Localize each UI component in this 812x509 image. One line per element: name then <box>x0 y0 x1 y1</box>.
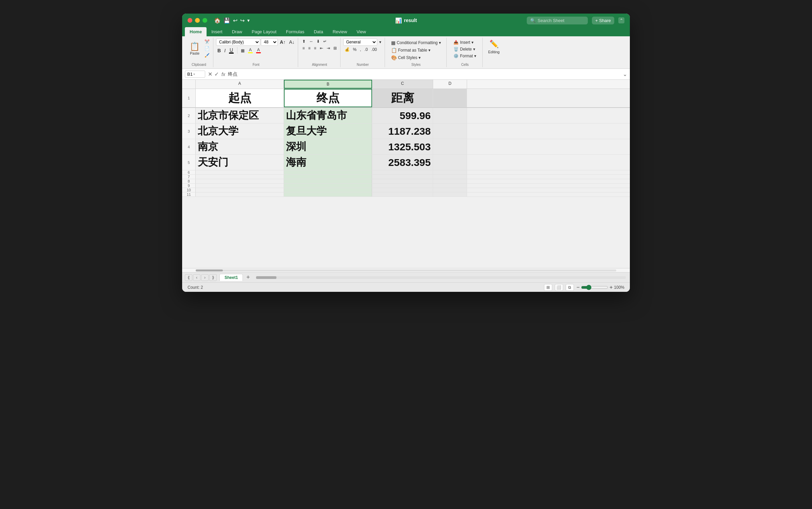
next-sheet-button[interactable]: › <box>201 274 209 281</box>
font-name-select[interactable]: Calibri (Body) <box>216 38 260 46</box>
merge-button[interactable]: ⊞ <box>332 45 338 51</box>
zoom-out-button[interactable]: − <box>577 284 580 290</box>
tab-home[interactable]: Home <box>185 27 207 36</box>
cell-C8[interactable] <box>372 179 433 183</box>
cell-styles-button[interactable]: 🎨 Cell Styles ▾ <box>390 55 422 61</box>
cell-A8[interactable] <box>196 179 284 183</box>
format-painter-button[interactable]: 🖌️ <box>203 52 211 58</box>
col-header-A[interactable]: A <box>196 80 284 89</box>
border-button[interactable]: ▦ <box>239 48 246 54</box>
cell-B6[interactable] <box>284 170 372 174</box>
add-sheet-button[interactable]: + <box>244 274 252 281</box>
cell-A9[interactable] <box>196 184 284 188</box>
cell-D11[interactable] <box>433 192 467 196</box>
row-num-5[interactable]: 5 <box>182 155 196 170</box>
number-format-arrow[interactable]: ▾ <box>378 39 383 45</box>
cancel-icon[interactable]: ✕ <box>208 71 212 77</box>
decrease-decimal-button[interactable]: .0 <box>363 46 369 53</box>
cell-B8[interactable] <box>284 179 372 183</box>
page-layout-view-button[interactable]: ⬜ <box>555 284 563 291</box>
horizontal-scrollbar-thumb[interactable] <box>196 269 223 271</box>
align-left-button[interactable]: ≡ <box>301 45 306 51</box>
increase-decimal-button[interactable]: .00 <box>370 46 379 53</box>
prev-sheet-button[interactable]: ‹ <box>193 274 200 281</box>
undo-icon[interactable]: ↩ <box>233 17 237 24</box>
align-middle-button[interactable]: ↔ <box>308 38 314 44</box>
cell-A2[interactable]: 北京市保定区 <box>196 108 284 123</box>
minimize-button[interactable] <box>195 18 200 23</box>
cell-B5[interactable]: 海南 <box>284 155 372 170</box>
page-break-view-button[interactable]: ⧉ <box>566 284 574 291</box>
cell-A7[interactable] <box>196 175 284 179</box>
tab-draw[interactable]: Draw <box>227 27 247 36</box>
cell-ref-dropdown-icon[interactable]: ▾ <box>193 72 195 76</box>
formula-bar-expand-icon[interactable]: ⌄ <box>623 71 627 77</box>
share-button[interactable]: + Share <box>592 17 614 24</box>
close-button[interactable] <box>188 18 192 23</box>
row-num-8[interactable]: 8 <box>182 179 196 183</box>
save-icon[interactable]: 💾 <box>224 17 230 24</box>
tab-view[interactable]: View <box>352 27 371 36</box>
cell-C3[interactable]: 1187.238 <box>372 124 433 139</box>
row-num-1[interactable]: 1 <box>182 89 196 107</box>
normal-view-button[interactable]: ⊞ <box>544 284 552 291</box>
cell-D8[interactable] <box>433 179 467 183</box>
cell-A4[interactable]: 南京 <box>196 139 284 154</box>
number-format-select[interactable]: General <box>343 38 377 46</box>
cell-D3[interactable] <box>433 124 467 139</box>
cell-B9[interactable] <box>284 184 372 188</box>
copy-button[interactable]: 📄 <box>203 45 211 52</box>
wrap-text-button[interactable]: ↵ <box>322 38 328 44</box>
cell-A3[interactable]: 北京大学 <box>196 124 284 139</box>
row-num-10[interactable]: 10 <box>182 188 196 192</box>
row-num-9[interactable]: 9 <box>182 184 196 188</box>
customize-icon[interactable]: ▾ <box>247 18 250 23</box>
tab-data[interactable]: Data <box>309 27 328 36</box>
cell-C1[interactable]: 距离 <box>372 89 433 107</box>
comma-button[interactable]: , <box>359 46 362 53</box>
font-size-select[interactable]: 48 <box>261 38 278 46</box>
tab-insert[interactable]: Insert <box>207 27 227 36</box>
first-sheet-button[interactable]: ⟪ <box>185 274 192 281</box>
percent-button[interactable]: % <box>352 46 358 53</box>
cell-A1[interactable]: 起点 <box>196 89 284 107</box>
font-color-button[interactable]: A <box>255 47 262 54</box>
fill-color-button[interactable]: A <box>247 47 254 54</box>
cell-C2[interactable]: 599.96 <box>372 108 433 123</box>
horizontal-scrollbar[interactable] <box>182 268 630 272</box>
delete-button[interactable]: 🗑️ Delete ▾ <box>452 46 477 52</box>
search-bar[interactable]: 🔍 Search Sheet <box>527 17 588 24</box>
cell-D5[interactable] <box>433 155 467 170</box>
indent-decrease-button[interactable]: ⇤ <box>318 45 325 51</box>
decrease-font-button[interactable]: A↓ <box>288 39 296 45</box>
cell-C4[interactable]: 1325.503 <box>372 139 433 154</box>
align-bottom-button[interactable]: ⬇ <box>315 38 321 44</box>
format-as-table-button[interactable]: 📋 Format as Table ▾ <box>390 47 431 53</box>
row-num-3[interactable]: 3 <box>182 124 196 139</box>
cell-D1[interactable] <box>433 89 467 107</box>
sheet-tab-sheet1[interactable]: Sheet1 <box>219 274 243 281</box>
cell-C7[interactable] <box>372 175 433 179</box>
cell-C9[interactable] <box>372 184 433 188</box>
home-icon[interactable]: 🏠 <box>214 17 221 24</box>
row-num-11[interactable]: 11 <box>182 192 196 196</box>
cell-D6[interactable] <box>433 170 467 174</box>
cell-B1[interactable]: 终点 <box>284 89 372 107</box>
cell-D10[interactable] <box>433 188 467 192</box>
cell-D7[interactable] <box>433 175 467 179</box>
indent-increase-button[interactable]: ⇥ <box>325 45 331 51</box>
cell-ref-box[interactable]: B1 ▾ <box>185 71 205 78</box>
cell-A11[interactable] <box>196 192 284 196</box>
row-num-2[interactable]: 2 <box>182 108 196 123</box>
cell-B3[interactable]: 复旦大学 <box>284 124 372 139</box>
row-num-6[interactable]: 6 <box>182 170 196 174</box>
italic-button[interactable]: I <box>223 47 227 54</box>
paste-button[interactable]: 📋 Paste <box>187 38 202 59</box>
col-header-B[interactable]: B <box>284 80 372 89</box>
cell-A10[interactable] <box>196 188 284 192</box>
cut-button[interactable]: ✂️ <box>203 39 211 45</box>
cell-B4[interactable]: 深圳 <box>284 139 372 154</box>
tab-review[interactable]: Review <box>328 27 352 36</box>
bold-button[interactable]: B <box>216 47 222 54</box>
col-header-C[interactable]: C <box>372 80 433 89</box>
